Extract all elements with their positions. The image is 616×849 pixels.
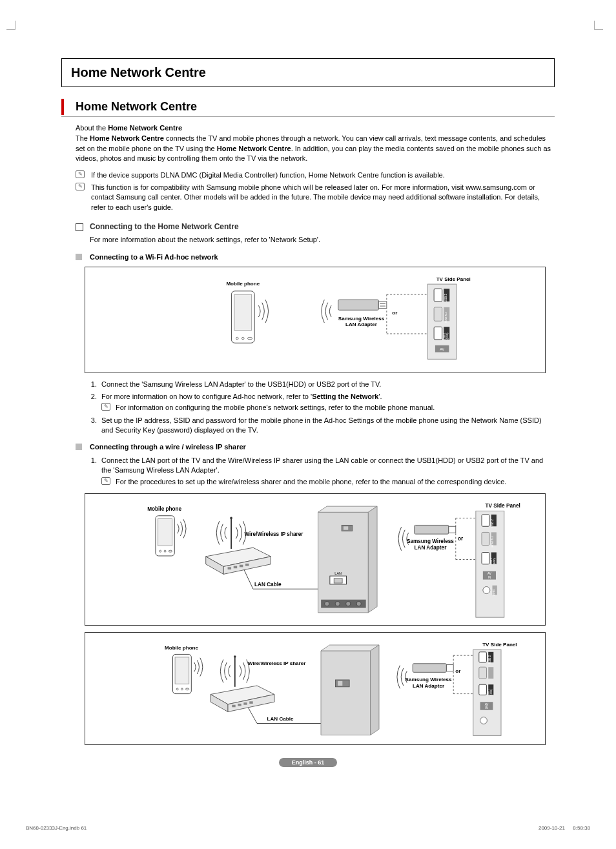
svg-text:USB 1: USB 1 xyxy=(488,690,490,696)
bullet-square-icon xyxy=(76,254,82,260)
svg-rect-50 xyxy=(415,526,449,535)
svg-text:HDMI IN 4: HDMI IN 4 xyxy=(491,537,494,547)
section-title: Home Network Centre xyxy=(76,99,197,115)
svg-rect-5 xyxy=(338,300,379,310)
svg-text:Samsung Wireless: Samsung Wireless xyxy=(407,538,454,544)
svg-rect-107 xyxy=(479,667,487,679)
svg-text:IN: IN xyxy=(485,706,488,710)
svg-text:AV: AV xyxy=(440,347,444,351)
svg-text:Wire/Wireless IP sharer: Wire/Wireless IP sharer xyxy=(244,531,303,537)
ipsharer-diagram-1: Mobile phone Wire/Wireless I xyxy=(85,493,546,626)
svg-text:or: or xyxy=(458,536,464,542)
about-paragraph: The Home Network Centre connects the TV … xyxy=(76,134,555,163)
footer-line: BN68-02333J-Eng.indb 61 2009-10-21 8:58:… xyxy=(19,825,597,831)
svg-rect-87 xyxy=(238,704,241,706)
note-icon: ✎ xyxy=(76,183,85,190)
ipsharer-steps: Connect the LAN port of the TV and the W… xyxy=(99,456,555,487)
svg-text:LAN Adapter: LAN Adapter xyxy=(413,683,445,689)
svg-text:AV: AV xyxy=(488,573,492,576)
svg-point-46 xyxy=(346,602,351,606)
svg-point-47 xyxy=(356,602,361,606)
svg-rect-92 xyxy=(338,681,342,686)
adhoc-diagram: Mobile phone Samsung Wireles xyxy=(85,267,546,373)
step-item: Connect the 'Samsung Wireless LAN Adapte… xyxy=(99,380,555,389)
svg-text:USB 2: USB 2 xyxy=(491,519,494,528)
step-note: ✎ For information on configuring the mob… xyxy=(101,403,555,413)
svg-text:IN: IN xyxy=(488,576,491,579)
svg-text:USB 1: USB 1 xyxy=(491,558,493,565)
svg-rect-109 xyxy=(479,684,487,695)
page-title: Home Network Centre xyxy=(71,65,545,80)
svg-rect-108 xyxy=(488,667,493,679)
svg-rect-86 xyxy=(232,705,235,708)
svg-text:LAN Adapter: LAN Adapter xyxy=(414,545,447,551)
svg-rect-28 xyxy=(158,519,172,546)
svg-text:TV Side Panel: TV Side Panel xyxy=(482,642,517,648)
checkbox-icon xyxy=(76,223,83,231)
svg-text:or: or xyxy=(455,668,461,674)
page-number: English - 61 xyxy=(279,758,338,767)
adhoc-title: Connecting to a Wi-Fi Ad-hoc network xyxy=(90,252,218,262)
svg-text:Wire/Wireless IP sharer: Wire/Wireless IP sharer xyxy=(248,660,306,666)
svg-rect-51 xyxy=(449,526,456,533)
svg-text:(HDD): (HDD) xyxy=(446,332,449,339)
svg-rect-88 xyxy=(243,702,247,705)
svg-rect-38 xyxy=(245,564,249,566)
label-adapter2: LAN Adapter xyxy=(345,322,377,327)
note-icon: ✎ xyxy=(76,170,85,178)
svg-text:LAN Cable: LAN Cable xyxy=(254,582,282,588)
svg-rect-35 xyxy=(228,568,231,570)
svg-text:USB 2: USB 2 xyxy=(488,655,491,664)
label-mobile: Mobile phone xyxy=(226,281,260,287)
notes-list: ✎ If the device supports DLNA DMC (Digit… xyxy=(76,170,555,213)
svg-text:TV Side Panel: TV Side Panel xyxy=(486,503,520,509)
svg-text:Samsung Wireless: Samsung Wireless xyxy=(406,677,452,682)
svg-text:HDMI IN 4: HDMI IN 4 xyxy=(445,312,447,323)
footer-left: BN68-02333J-Eng.indb 61 xyxy=(26,825,87,831)
step-note: ✎ For the procedures to set up the wire/… xyxy=(101,477,555,487)
subsection-desc: For more information about the network s… xyxy=(90,235,555,245)
svg-text:VIDEO: VIDEO xyxy=(493,589,495,597)
page-title-box: Home Network Centre xyxy=(61,58,555,87)
svg-text:AV: AV xyxy=(485,703,489,706)
bullet-square-icon xyxy=(76,444,82,450)
ipsharer-title: Connecting through a wire / wireless IP … xyxy=(90,442,246,452)
svg-rect-94 xyxy=(446,665,453,671)
svg-rect-79 xyxy=(175,657,189,684)
about-heading: About the Home Network Centre xyxy=(76,123,555,133)
step-item: For more information on how to configure… xyxy=(99,392,555,413)
svg-rect-6 xyxy=(378,302,387,309)
svg-rect-17 xyxy=(434,307,442,321)
svg-text:LAN: LAN xyxy=(334,572,342,576)
svg-rect-36 xyxy=(234,566,237,569)
svg-point-44 xyxy=(325,602,329,606)
step-item: Set up the IP address, SSID and password… xyxy=(99,416,555,436)
label-or: or xyxy=(392,309,397,315)
svg-rect-61 xyxy=(482,515,489,526)
svg-point-116 xyxy=(480,717,488,724)
svg-text:Mobile phone: Mobile phone xyxy=(147,507,181,513)
adhoc-steps: Connect the 'Samsung Wireless LAN Adapte… xyxy=(99,380,555,436)
accent-bar xyxy=(61,99,64,115)
svg-rect-104 xyxy=(479,652,487,662)
svg-text:(HDD): (HDD) xyxy=(491,690,493,696)
svg-text:LAN Cable: LAN Cable xyxy=(267,716,294,722)
note-item: ✎ If the device supports DLNA DMC (Digit… xyxy=(76,170,555,180)
note-icon: ✎ xyxy=(101,477,110,485)
svg-point-84 xyxy=(234,655,236,658)
label-tvpanel: TV Side Panel xyxy=(436,276,471,281)
svg-rect-14 xyxy=(434,289,442,302)
svg-rect-42 xyxy=(334,578,342,583)
svg-rect-64 xyxy=(482,533,489,546)
svg-text:(HDD): (HDD) xyxy=(493,558,496,564)
svg-rect-67 xyxy=(482,553,489,564)
svg-rect-89 xyxy=(249,702,252,704)
svg-rect-37 xyxy=(240,565,243,568)
svg-text:USB 1: USB 1 xyxy=(444,332,446,339)
footer-right: 2009-10-21 8:58:38 xyxy=(539,825,590,831)
page-number-bar: English - 61 xyxy=(61,758,555,767)
step-item: Connect the LAN port of the TV and the W… xyxy=(99,456,555,487)
svg-point-74 xyxy=(483,587,490,594)
note-icon: ✎ xyxy=(101,403,110,411)
section-header: Home Network Centre xyxy=(61,99,555,117)
